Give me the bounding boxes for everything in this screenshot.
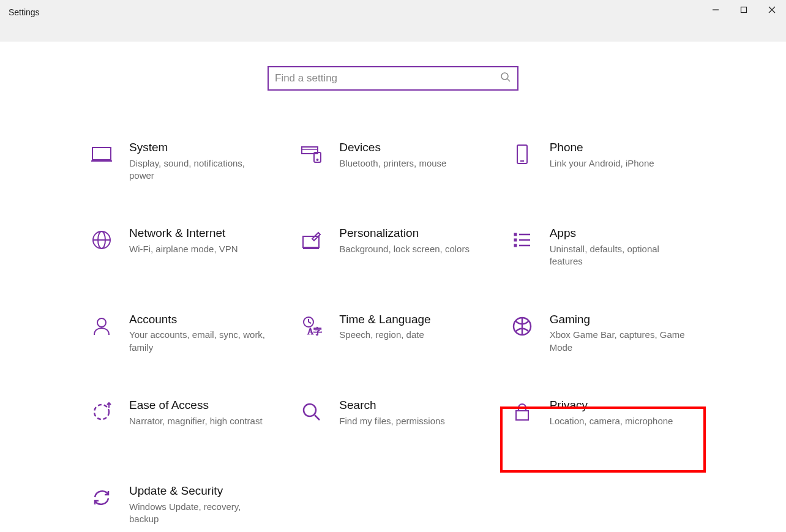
tile-subtitle: Wi-Fi, airplane mode, VPN	[129, 243, 272, 255]
search-box[interactable]	[268, 66, 518, 91]
content-area: System Display, sound, notifications, po…	[0, 42, 786, 529]
svg-point-11	[316, 159, 318, 161]
svg-rect-6	[92, 148, 111, 160]
tile-accounts[interactable]: Accounts Your accounts, email, sync, wor…	[84, 309, 282, 358]
tile-devices[interactable]: Devices Bluetooth, printers, mouse	[294, 137, 492, 185]
tile-title: Personalization	[339, 226, 482, 241]
tile-ease-of-access[interactable]: Ease of Access Narrator, magnifier, high…	[84, 394, 282, 443]
tile-search[interactable]: Search Find my files, permissions	[294, 394, 492, 443]
personalization-icon	[298, 226, 326, 254]
svg-rect-19	[514, 233, 517, 236]
tile-title: Privacy	[550, 398, 692, 413]
globe-icon	[88, 226, 116, 254]
close-button[interactable]	[758, 0, 786, 20]
tile-title: Apps	[550, 226, 692, 241]
tile-title: Ease of Access	[129, 398, 272, 413]
tile-title: Gaming	[550, 312, 692, 327]
tile-title: Update & Security	[129, 484, 272, 498]
tile-phone[interactable]: Phone Link your Android, iPhone	[504, 137, 702, 185]
tile-title: Phone	[550, 140, 692, 155]
tile-subtitle: Background, lock screen, colors	[339, 243, 482, 255]
time-language-icon: A字	[298, 312, 326, 340]
svg-line-5	[507, 79, 510, 81]
tile-subtitle: Display, sound, notifications, power	[129, 157, 272, 182]
tile-time-language[interactable]: A字 Time & Language Speech, region, date	[294, 309, 492, 358]
update-icon	[88, 484, 116, 512]
tile-subtitle: Your accounts, email, sync, work, family	[129, 329, 272, 354]
tile-subtitle: Link your Android, iPhone	[550, 157, 692, 170]
svg-rect-21	[514, 244, 517, 247]
search-tile-icon	[298, 398, 326, 426]
tile-gaming[interactable]: Gaming Xbox Game Bar, captures, Game Mod…	[504, 309, 702, 358]
search-icon	[500, 72, 511, 85]
system-icon	[88, 140, 116, 168]
tile-subtitle: Find my files, permissions	[339, 415, 482, 427]
svg-rect-20	[514, 239, 517, 241]
tile-title: Devices	[339, 140, 482, 155]
window-controls	[702, 0, 786, 20]
tile-subtitle: Uninstall, defaults, optional features	[550, 243, 692, 268]
minimize-button[interactable]	[702, 0, 730, 20]
tile-system[interactable]: System Display, sound, notifications, po…	[84, 137, 282, 185]
tile-subtitle: Narrator, magnifier, high contrast	[129, 415, 272, 427]
svg-rect-1	[741, 7, 747, 13]
svg-text:A字: A字	[307, 327, 322, 336]
tile-title: Accounts	[129, 312, 272, 327]
tile-apps[interactable]: Apps Uninstall, defaults, optional featu…	[504, 222, 702, 271]
svg-line-28	[309, 322, 311, 323]
tile-subtitle: Speech, region, date	[339, 329, 482, 341]
ease-of-access-icon	[88, 398, 116, 426]
accounts-icon	[88, 312, 116, 340]
window-title: Settings	[9, 7, 40, 17]
tile-subtitle: Windows Update, recovery, backup	[129, 501, 272, 526]
gaming-icon	[508, 312, 536, 340]
tile-subtitle: Location, camera, microphone	[550, 415, 692, 427]
tile-subtitle: Xbox Game Bar, captures, Game Mode	[550, 329, 692, 354]
svg-point-32	[94, 405, 109, 419]
svg-line-34	[315, 415, 320, 420]
tile-update-security[interactable]: Update & Security Windows Update, recove…	[84, 480, 282, 529]
svg-point-4	[501, 73, 508, 80]
search-input[interactable]	[275, 72, 500, 84]
svg-point-33	[304, 404, 316, 416]
phone-icon	[508, 140, 536, 168]
tile-title: System	[129, 140, 272, 155]
settings-tiles-grid: System Display, sound, notifications, po…	[84, 137, 702, 529]
svg-rect-35	[516, 411, 528, 420]
tile-subtitle: Bluetooth, printers, mouse	[339, 157, 482, 170]
tile-title: Network & Internet	[129, 226, 272, 241]
svg-point-25	[97, 318, 106, 327]
maximize-button[interactable]	[730, 0, 758, 20]
devices-icon	[298, 140, 326, 168]
tile-title: Search	[339, 398, 482, 413]
tile-personalization[interactable]: Personalization Background, lock screen,…	[294, 222, 492, 271]
tile-network[interactable]: Network & Internet Wi-Fi, airplane mode,…	[84, 222, 282, 271]
titlebar: Settings	[0, 0, 786, 42]
lock-icon	[508, 398, 536, 426]
tile-title: Time & Language	[339, 312, 482, 327]
tile-privacy[interactable]: Privacy Location, camera, microphone	[504, 394, 702, 443]
apps-icon	[508, 226, 536, 254]
